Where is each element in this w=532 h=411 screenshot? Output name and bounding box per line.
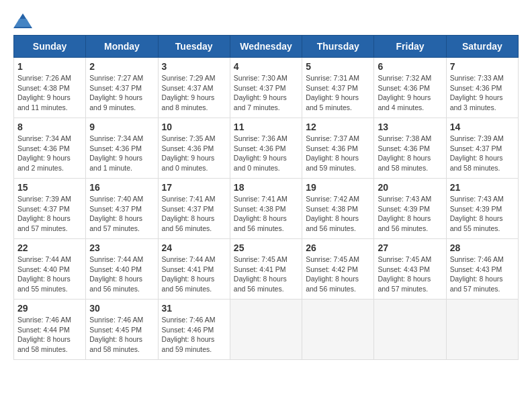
day-info: Sunrise: 7:43 AM Sunset: 4:39 PM Dayligh… [450, 194, 515, 234]
calendar-cell: 20Sunrise: 7:43 AM Sunset: 4:39 PM Dayli… [374, 179, 446, 239]
day-header-tuesday: Tuesday [158, 36, 230, 58]
calendar-cell: 16Sunrise: 7:40 AM Sunset: 4:37 PM Dayli… [86, 179, 158, 239]
day-info: Sunrise: 7:45 AM Sunset: 4:41 PM Dayligh… [234, 255, 298, 294]
day-number: 3 [162, 61, 226, 72]
day-info: Sunrise: 7:30 AM Sunset: 4:37 PM Dayligh… [234, 73, 298, 113]
header [13, 13, 519, 28]
calendar-cell: 26Sunrise: 7:45 AM Sunset: 4:42 PM Dayli… [302, 239, 374, 300]
day-header-saturday: Saturday [446, 36, 518, 58]
day-number: 23 [89, 242, 154, 253]
calendar-cell: 24Sunrise: 7:44 AM Sunset: 4:41 PM Dayli… [158, 239, 230, 300]
day-info: Sunrise: 7:34 AM Sunset: 4:36 PM Dayligh… [17, 134, 82, 173]
day-info: Sunrise: 7:37 AM Sunset: 4:36 PM Dayligh… [306, 134, 370, 173]
day-number: 27 [378, 242, 442, 253]
week-row-3: 15Sunrise: 7:39 AM Sunset: 4:37 PM Dayli… [14, 179, 519, 239]
day-header-friday: Friday [374, 36, 446, 58]
day-info: Sunrise: 7:27 AM Sunset: 4:37 PM Dayligh… [89, 73, 154, 113]
day-info: Sunrise: 7:44 AM Sunset: 4:41 PM Dayligh… [162, 255, 226, 294]
day-header-sunday: Sunday [14, 36, 86, 58]
week-row-1: 1Sunrise: 7:26 AM Sunset: 4:38 PM Daylig… [14, 58, 519, 118]
day-number: 21 [450, 182, 515, 193]
day-number: 22 [17, 242, 82, 253]
calendar-cell: 10Sunrise: 7:35 AM Sunset: 4:36 PM Dayli… [158, 118, 230, 179]
calendar-cell [230, 300, 302, 360]
day-number: 16 [89, 182, 154, 193]
calendar-cell: 11Sunrise: 7:36 AM Sunset: 4:36 PM Dayli… [230, 118, 302, 179]
logo [13, 13, 35, 28]
day-info: Sunrise: 7:40 AM Sunset: 4:37 PM Dayligh… [89, 194, 154, 234]
day-info: Sunrise: 7:42 AM Sunset: 4:38 PM Dayligh… [306, 194, 370, 234]
day-number: 1 [17, 61, 82, 72]
day-number: 29 [17, 303, 82, 314]
calendar-cell: 17Sunrise: 7:41 AM Sunset: 4:37 PM Dayli… [158, 179, 230, 239]
day-info: Sunrise: 7:46 AM Sunset: 4:44 PM Dayligh… [17, 315, 82, 355]
day-header-thursday: Thursday [302, 36, 374, 58]
svg-marker-1 [15, 19, 31, 27]
calendar-cell: 21Sunrise: 7:43 AM Sunset: 4:39 PM Dayli… [446, 179, 518, 239]
day-info: Sunrise: 7:26 AM Sunset: 4:38 PM Dayligh… [17, 73, 82, 113]
calendar-cell: 22Sunrise: 7:44 AM Sunset: 4:40 PM Dayli… [14, 239, 86, 300]
day-number: 7 [450, 61, 515, 72]
calendar-cell: 14Sunrise: 7:39 AM Sunset: 4:37 PM Dayli… [446, 118, 518, 179]
day-number: 26 [306, 242, 370, 253]
day-number: 20 [378, 182, 442, 193]
day-info: Sunrise: 7:45 AM Sunset: 4:43 PM Dayligh… [378, 255, 442, 294]
day-info: Sunrise: 7:41 AM Sunset: 4:38 PM Dayligh… [234, 194, 298, 234]
calendar-cell: 25Sunrise: 7:45 AM Sunset: 4:41 PM Dayli… [230, 239, 302, 300]
calendar-cell: 12Sunrise: 7:37 AM Sunset: 4:36 PM Dayli… [302, 118, 374, 179]
calendar-cell: 13Sunrise: 7:38 AM Sunset: 4:36 PM Dayli… [374, 118, 446, 179]
day-number: 10 [162, 122, 226, 132]
logo-icon [13, 13, 32, 28]
day-info: Sunrise: 7:46 AM Sunset: 4:46 PM Dayligh… [162, 315, 226, 355]
day-number: 4 [234, 61, 298, 72]
day-number: 5 [306, 61, 370, 72]
calendar-cell: 6Sunrise: 7:32 AM Sunset: 4:36 PM Daylig… [374, 58, 446, 118]
day-number: 17 [162, 182, 226, 193]
calendar-cell: 28Sunrise: 7:46 AM Sunset: 4:43 PM Dayli… [446, 239, 518, 300]
calendar-header-row: SundayMondayTuesdayWednesdayThursdayFrid… [14, 36, 519, 58]
day-number: 31 [162, 303, 226, 314]
calendar-cell: 8Sunrise: 7:34 AM Sunset: 4:36 PM Daylig… [14, 118, 86, 179]
calendar-cell: 19Sunrise: 7:42 AM Sunset: 4:38 PM Dayli… [302, 179, 374, 239]
calendar-cell: 3Sunrise: 7:29 AM Sunset: 4:37 AM Daylig… [158, 58, 230, 118]
day-number: 2 [89, 61, 154, 72]
day-info: Sunrise: 7:34 AM Sunset: 4:36 PM Dayligh… [89, 134, 154, 173]
day-number: 24 [162, 242, 226, 253]
calendar-cell: 31Sunrise: 7:46 AM Sunset: 4:46 PM Dayli… [158, 300, 230, 360]
day-info: Sunrise: 7:44 AM Sunset: 4:40 PM Dayligh… [17, 255, 82, 294]
calendar-cell: 4Sunrise: 7:30 AM Sunset: 4:37 PM Daylig… [230, 58, 302, 118]
day-number: 14 [450, 122, 515, 132]
day-number: 8 [17, 122, 82, 132]
week-row-2: 8Sunrise: 7:34 AM Sunset: 4:36 PM Daylig… [14, 118, 519, 179]
day-number: 9 [89, 122, 154, 132]
day-info: Sunrise: 7:31 AM Sunset: 4:37 PM Dayligh… [306, 73, 370, 113]
calendar-cell: 7Sunrise: 7:33 AM Sunset: 4:36 PM Daylig… [446, 58, 518, 118]
day-number: 13 [378, 122, 442, 132]
week-row-5: 29Sunrise: 7:46 AM Sunset: 4:44 PM Dayli… [14, 300, 519, 360]
calendar-cell: 23Sunrise: 7:44 AM Sunset: 4:40 PM Dayli… [86, 239, 158, 300]
day-header-monday: Monday [86, 36, 158, 58]
day-number: 30 [89, 303, 154, 314]
day-info: Sunrise: 7:33 AM Sunset: 4:36 PM Dayligh… [450, 73, 515, 113]
day-info: Sunrise: 7:46 AM Sunset: 4:43 PM Dayligh… [450, 255, 515, 294]
day-info: Sunrise: 7:36 AM Sunset: 4:36 PM Dayligh… [234, 134, 298, 173]
day-info: Sunrise: 7:29 AM Sunset: 4:37 AM Dayligh… [162, 73, 226, 113]
day-header-wednesday: Wednesday [230, 36, 302, 58]
calendar-cell: 27Sunrise: 7:45 AM Sunset: 4:43 PM Dayli… [374, 239, 446, 300]
day-info: Sunrise: 7:38 AM Sunset: 4:36 PM Dayligh… [378, 134, 442, 173]
day-info: Sunrise: 7:43 AM Sunset: 4:39 PM Dayligh… [378, 194, 442, 234]
calendar-cell: 30Sunrise: 7:46 AM Sunset: 4:45 PM Dayli… [86, 300, 158, 360]
day-number: 11 [234, 122, 298, 132]
day-info: Sunrise: 7:32 AM Sunset: 4:36 PM Dayligh… [378, 73, 442, 113]
day-number: 19 [306, 182, 370, 193]
week-row-4: 22Sunrise: 7:44 AM Sunset: 4:40 PM Dayli… [14, 239, 519, 300]
day-number: 28 [450, 242, 515, 253]
calendar-cell: 2Sunrise: 7:27 AM Sunset: 4:37 PM Daylig… [86, 58, 158, 118]
day-number: 25 [234, 242, 298, 253]
day-number: 6 [378, 61, 442, 72]
calendar-cell: 5Sunrise: 7:31 AM Sunset: 4:37 PM Daylig… [302, 58, 374, 118]
day-info: Sunrise: 7:45 AM Sunset: 4:42 PM Dayligh… [306, 255, 370, 294]
day-info: Sunrise: 7:39 AM Sunset: 4:37 PM Dayligh… [17, 194, 82, 234]
day-number: 15 [17, 182, 82, 193]
day-info: Sunrise: 7:46 AM Sunset: 4:45 PM Dayligh… [89, 315, 154, 355]
